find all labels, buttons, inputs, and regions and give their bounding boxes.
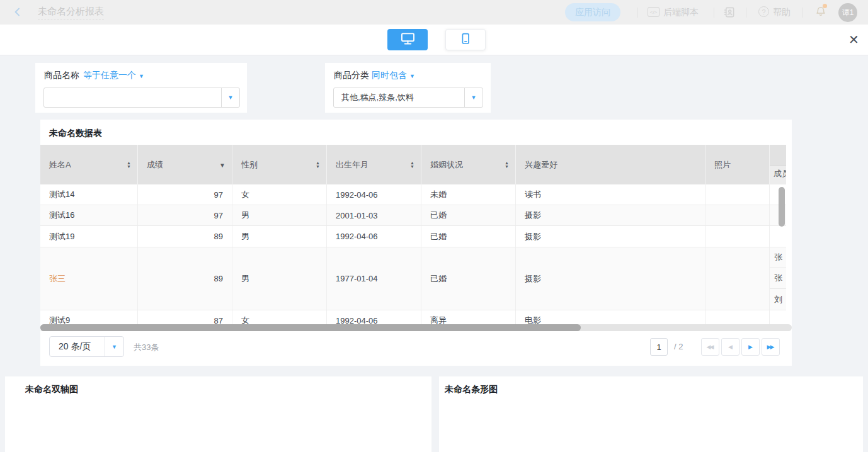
column-header-marital[interactable]: 婚姻状况 ▲▼ bbox=[421, 145, 516, 184]
backend-script-button[interactable]: 后端脚本 bbox=[663, 7, 699, 18]
member-sub-cell: 张 bbox=[770, 247, 786, 268]
cell-photo bbox=[705, 205, 770, 225]
table-row[interactable]: 测试16 97 男 2001-01-03 已婚 摄影 bbox=[40, 205, 786, 226]
next-page-button[interactable]: ▶ bbox=[741, 338, 760, 356]
sort-desc-icon[interactable]: ▼ bbox=[219, 161, 226, 168]
back-icon[interactable] bbox=[13, 7, 23, 20]
dual-axis-chart-card: 未命名双轴图 bbox=[5, 376, 431, 452]
total-count: 共33条 bbox=[134, 342, 159, 353]
column-header-member[interactable]: 成员 bbox=[770, 145, 786, 184]
first-page-button[interactable]: ◀◀ bbox=[701, 338, 719, 356]
code-icon: </> bbox=[648, 7, 660, 17]
table-body: 测试14 97 女 1992-04-06 未婚 读书 测试16 97 男 200… bbox=[40, 184, 786, 331]
cell-member bbox=[770, 226, 786, 247]
cell-score: 97 bbox=[138, 205, 232, 225]
cell-birth: 1992-04-06 bbox=[327, 184, 421, 205]
cell-marital: 已婚 bbox=[421, 247, 516, 310]
cell-birth: 1992-04-06 bbox=[327, 226, 421, 247]
filter-label: 商品名称 bbox=[44, 70, 79, 81]
page-size-caret[interactable]: ▼ bbox=[105, 337, 123, 356]
sort-icon[interactable]: ▲▼ bbox=[410, 161, 414, 169]
cell-member: 张 张 刘 bbox=[770, 247, 786, 310]
cell-hobby: 读书 bbox=[516, 184, 705, 205]
cell-hobby: 摄影 bbox=[516, 247, 705, 310]
filter-value-input-wrap: ▼ bbox=[43, 88, 240, 108]
caret-down-icon: ▼ bbox=[228, 94, 234, 101]
cell-marital: 未婚 bbox=[421, 184, 516, 205]
filter-value-input[interactable] bbox=[44, 93, 221, 103]
filter-product-name: 商品名称 等于任意一个 ▼ ▼ bbox=[35, 63, 247, 113]
table-row[interactable]: 测试19 89 男 1992-04-06 已婚 摄影 bbox=[40, 226, 786, 247]
cell-name: 张三 bbox=[40, 247, 138, 310]
divider bbox=[714, 8, 714, 18]
cell-gender: 男 bbox=[232, 247, 327, 310]
bar-chart-card: 未命名条形图 bbox=[439, 376, 863, 452]
cell-birth: 2001-01-03 bbox=[327, 205, 421, 225]
page-size-select[interactable]: 20 条/页 ▼ bbox=[49, 336, 124, 357]
filter-dropdown-button[interactable]: ▼ bbox=[221, 88, 239, 107]
prev-page-button[interactable]: ◀ bbox=[721, 338, 740, 356]
last-page-button[interactable]: ▶▶ bbox=[762, 338, 780, 356]
cell-photo bbox=[705, 226, 770, 247]
member-sub-cell: 刘 bbox=[770, 289, 786, 310]
sort-icon[interactable]: ▲▼ bbox=[505, 161, 509, 169]
notification-dot bbox=[823, 4, 827, 8]
cell-gender: 男 bbox=[232, 226, 327, 247]
filter-operator-dropdown[interactable]: 等于任意一个 ▼ bbox=[83, 70, 144, 81]
sort-icon[interactable]: ▲▼ bbox=[316, 161, 320, 169]
help-icon[interactable]: ? bbox=[758, 6, 769, 17]
desktop-view-toggle[interactable] bbox=[387, 29, 428, 50]
filter-dropdown-button[interactable]: ▼ bbox=[464, 88, 483, 107]
phone-icon bbox=[459, 32, 472, 48]
sort-icon[interactable]: ▲▼ bbox=[127, 161, 131, 169]
caret-down-icon: ▼ bbox=[139, 73, 144, 79]
monitor-icon bbox=[401, 32, 415, 47]
member-sub-cell: 张 bbox=[770, 268, 786, 289]
filter-operator-dropdown[interactable]: 同时包含 ▼ bbox=[372, 70, 415, 81]
data-table-card: 未命名数据表 姓名A ▲▼ 成绩 ▼ 性别 ▲▼ 出生年月 ▲▼ 婚姻状况 ▲▼… bbox=[40, 120, 792, 366]
page-number-input[interactable] bbox=[650, 338, 668, 356]
vertical-scrollbar-thumb[interactable] bbox=[779, 187, 785, 227]
cell-score: 89 bbox=[138, 247, 232, 310]
app-access-button[interactable]: 应用访问 bbox=[565, 3, 620, 21]
report-title[interactable]: 未命名分析报表 bbox=[38, 6, 104, 20]
mobile-view-toggle[interactable] bbox=[445, 29, 486, 50]
caret-down-icon: ▼ bbox=[471, 94, 477, 101]
cell-birth: 1977-01-04 bbox=[327, 247, 421, 310]
divider bbox=[802, 8, 803, 18]
table-row[interactable]: 张三 89 男 1977-01-04 已婚 摄影 张 张 刘 bbox=[40, 247, 786, 310]
horizontal-scrollbar-thumb[interactable] bbox=[40, 324, 581, 331]
help-button[interactable]: 帮助 bbox=[773, 7, 791, 18]
column-header-name[interactable]: 姓名A ▲▼ bbox=[40, 145, 138, 184]
table-row[interactable]: 测试14 97 女 1992-04-06 未婚 读书 bbox=[40, 184, 786, 205]
filter-value-input[interactable] bbox=[334, 93, 464, 103]
filter-label: 商品分类 bbox=[334, 70, 369, 81]
page-size-value: 20 条/页 bbox=[50, 341, 105, 353]
cell-score: 97 bbox=[138, 184, 232, 205]
record-link[interactable]: 张三 bbox=[49, 273, 66, 285]
cell-photo bbox=[705, 184, 770, 205]
divider bbox=[637, 8, 638, 18]
column-header-hobby[interactable]: 兴趣爱好 bbox=[516, 145, 705, 184]
divider bbox=[746, 8, 746, 18]
cell-name: 测试19 bbox=[40, 226, 138, 247]
preview-toolbar: ✕ bbox=[0, 25, 868, 55]
column-header-score[interactable]: 成绩 ▼ bbox=[138, 145, 232, 184]
cell-gender: 女 bbox=[232, 184, 327, 205]
filter-value-input-wrap: ▼ bbox=[333, 88, 483, 108]
top-bar: 未命名分析报表 应用访问 </> 后端脚本 ? 帮助 谭1 bbox=[0, 0, 868, 25]
chart-title: 未命名条形图 bbox=[445, 384, 498, 395]
caret-down-icon: ▼ bbox=[111, 344, 117, 350]
close-icon[interactable]: ✕ bbox=[848, 32, 859, 47]
column-header-gender[interactable]: 性别 ▲▼ bbox=[232, 145, 327, 184]
caret-down-icon: ▼ bbox=[409, 73, 415, 79]
cell-photo bbox=[705, 247, 770, 310]
column-header-photo[interactable]: 照片 bbox=[705, 145, 770, 184]
column-header-birth[interactable]: 出生年月 ▲▼ bbox=[327, 145, 421, 184]
chart-title: 未命名双轴图 bbox=[25, 384, 78, 395]
cell-gender: 男 bbox=[232, 205, 327, 225]
cell-marital: 已婚 bbox=[421, 205, 516, 225]
filter-product-category: 商品分类 同时包含 ▼ ▼ bbox=[325, 63, 491, 113]
avatar[interactable]: 谭1 bbox=[838, 3, 857, 22]
contact-book-icon[interactable] bbox=[723, 6, 735, 21]
